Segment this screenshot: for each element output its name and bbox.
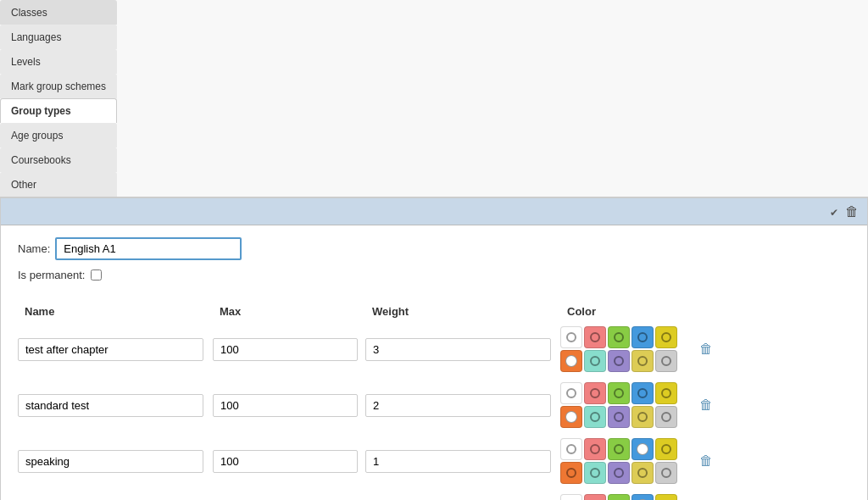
color-cell[interactable] [584, 326, 606, 348]
col-name: Name [18, 305, 213, 318]
color-cell[interactable] [655, 350, 677, 372]
name-label: Name: [18, 242, 50, 255]
col-weight: Weight [365, 305, 560, 318]
color-cell[interactable] [608, 382, 630, 404]
row-name-input[interactable] [18, 450, 203, 473]
row-weight-input[interactable] [365, 450, 551, 473]
color-cell[interactable] [655, 438, 677, 460]
color-cell[interactable] [560, 438, 582, 460]
color-cell[interactable] [584, 350, 606, 372]
permanent-row: Is permanent: [18, 269, 850, 281]
name-row: Name: [18, 237, 850, 260]
col-color: Color [560, 305, 696, 318]
table-row: 🗑 [18, 494, 850, 500]
color-cell[interactable] [608, 494, 630, 500]
form-section: Name: Is permanent: [1, 225, 867, 302]
check-button[interactable] [826, 203, 842, 221]
color-cell[interactable] [560, 462, 582, 484]
color-cell[interactable] [655, 494, 677, 500]
rows-container: 🗑🗑🗑🗑 [18, 326, 850, 500]
top-nav: ClassesLanguagesLevelsMark group schemes… [0, 0, 868, 197]
color-cell[interactable] [655, 326, 677, 348]
permanent-checkbox[interactable] [91, 269, 102, 281]
color-cell[interactable] [584, 438, 606, 460]
trash-bar-icon: 🗑 [845, 204, 859, 219]
color-cell[interactable] [608, 462, 630, 484]
delete-row-button[interactable]: 🗑 [696, 338, 716, 360]
col-actions [696, 305, 721, 318]
color-cell[interactable] [608, 438, 630, 460]
color-cell[interactable] [655, 462, 677, 484]
trash-icon: 🗑 [699, 453, 713, 468]
table-row: 🗑 [18, 382, 850, 428]
table-section: Name Max Weight Color 🗑🗑🗑🗑 [1, 302, 867, 500]
tab-levels[interactable]: Levels [0, 49, 117, 74]
color-picker [560, 494, 696, 500]
row-weight-input[interactable] [365, 394, 551, 417]
table-row: 🗑 [18, 326, 850, 372]
tab-other[interactable]: Other [0, 172, 117, 197]
row-max-input[interactable] [213, 450, 358, 473]
trash-icon: 🗑 [699, 342, 713, 356]
color-cell[interactable] [584, 406, 606, 428]
color-cell[interactable] [560, 350, 582, 372]
delete-bar-button[interactable]: 🗑 [842, 203, 862, 221]
color-cell[interactable] [655, 382, 677, 404]
color-cell[interactable] [560, 382, 582, 404]
color-cell[interactable] [560, 494, 582, 500]
trash-icon: 🗑 [699, 397, 713, 412]
color-cell[interactable] [608, 326, 630, 348]
tab-group-types[interactable]: Group types [0, 98, 117, 123]
permanent-label: Is permanent: [18, 269, 86, 281]
color-cell[interactable] [655, 406, 677, 428]
delete-row-button[interactable]: 🗑 [696, 450, 716, 472]
blue-bar: 🗑 [1, 198, 867, 225]
row-max-input[interactable] [213, 338, 358, 361]
color-cell[interactable] [632, 494, 654, 500]
color-cell[interactable] [584, 382, 606, 404]
tab-age-groups[interactable]: Age groups [0, 123, 117, 147]
table-row: 🗑 [18, 438, 850, 484]
color-cell[interactable] [560, 326, 582, 348]
tab-mark-group-schemes[interactable]: Mark group schemes [0, 74, 117, 98]
color-cell[interactable] [608, 350, 630, 372]
tab-classes[interactable]: Classes [0, 0, 117, 25]
color-cell[interactable] [632, 406, 654, 428]
color-cell[interactable] [632, 462, 654, 484]
app-container: ClassesLanguagesLevelsMark group schemes… [0, 0, 868, 500]
tab-coursebooks[interactable]: Coursebooks [0, 147, 117, 172]
color-picker [560, 438, 696, 484]
color-cell[interactable] [584, 494, 606, 500]
row-name-input[interactable] [18, 394, 203, 417]
name-input[interactable] [55, 237, 242, 260]
col-max: Max [213, 305, 365, 318]
delete-row-button[interactable]: 🗑 [696, 394, 716, 416]
color-cell[interactable] [632, 326, 654, 348]
row-name-input[interactable] [18, 338, 203, 361]
row-max-input[interactable] [213, 394, 358, 417]
color-picker [560, 382, 696, 428]
color-cell[interactable] [608, 406, 630, 428]
color-cell[interactable] [584, 462, 606, 484]
color-cell[interactable] [632, 438, 654, 460]
color-cell[interactable] [632, 350, 654, 372]
row-weight-input[interactable] [365, 338, 551, 361]
color-picker [560, 326, 696, 372]
tab-languages[interactable]: Languages [0, 25, 117, 49]
table-header: Name Max Weight Color [18, 302, 850, 321]
main-content: 🗑 Name: Is permanent: Name Max Weight Co… [0, 197, 868, 500]
color-cell[interactable] [632, 382, 654, 404]
color-cell[interactable] [560, 406, 582, 428]
check-icon [830, 204, 838, 219]
